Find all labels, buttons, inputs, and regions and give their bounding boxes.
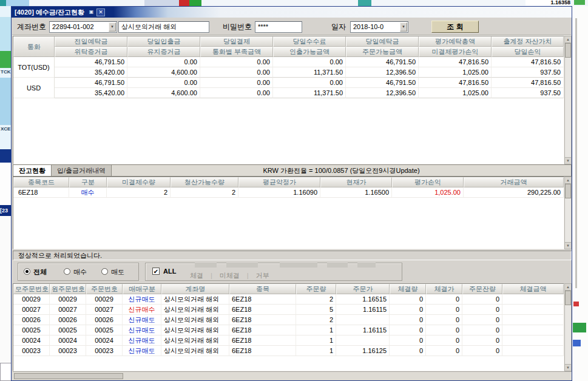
scroll-up-icon[interactable]: ▲: [565, 177, 571, 184]
horizontal-scrollbar[interactable]: [13, 371, 572, 380]
date-value: 2018-10-0: [353, 23, 384, 30]
disabled-rejected-label: 거부: [256, 272, 269, 279]
scrollbar-thumb[interactable]: [565, 43, 571, 58]
currency-cell: TOT(USD): [13, 57, 55, 78]
bg-window-fragment-titlebar: [23: [0, 205, 11, 216]
bg-top-right-green: [574, 0, 585, 5]
col-withdrawable: 인출가능금액: [273, 47, 346, 57]
scrollbar-thumb[interactable]: [565, 184, 571, 198]
all-checkbox[interactable]: ✔: [152, 268, 160, 275]
account-name-value: 상시모의거래 해외: [121, 22, 177, 32]
col-fill-price: 체결가: [426, 284, 462, 294]
bg-left-green: [0, 51, 11, 68]
col-fill-qty: 체결량: [390, 284, 426, 294]
scroll-down-icon[interactable]: ▼: [565, 157, 571, 164]
radio-all-label[interactable]: 전체: [33, 268, 47, 277]
scroll-up-icon[interactable]: ▲: [565, 284, 571, 291]
bg-top-strip: [0, 0, 588, 6]
scrollbar-thumb[interactable]: [14, 373, 123, 379]
scroll-down-icon[interactable]: ▼: [565, 364, 571, 371]
bg-left-white: [0, 163, 11, 205]
col-maint-margin: 유지증거금: [127, 47, 200, 57]
account-value: 22894-01-002: [52, 23, 94, 30]
col-order-no: 주문번호: [86, 284, 123, 294]
col-fill-amount: 체결금액: [502, 284, 564, 294]
all-checkbox-label[interactable]: ALL: [163, 268, 176, 275]
col-day-pl: 당일손익: [492, 47, 564, 57]
position-scrollbar[interactable]: ▲ ▼: [564, 177, 572, 249]
col-order-price: 주문가: [336, 284, 390, 294]
bg-left-text-xce: XCE: [1, 126, 10, 132]
radio-sell[interactable]: [101, 268, 108, 275]
table-row[interactable]: 00024 00024 00024 신규매도 상시모의거래 해외 6EZ18 1…: [13, 335, 564, 346]
close-icon[interactable]: ✕: [96, 8, 105, 16]
col-eval-total: 평가예탁총액: [419, 36, 492, 47]
radio-sell-label[interactable]: 매도: [111, 268, 124, 277]
bg-top-red: [179, 0, 189, 6]
col-day-inout: 당일입출금: [127, 36, 200, 47]
chevron-down-icon[interactable]: ▼: [109, 22, 116, 32]
bg-left-cyan: [0, 17, 11, 51]
disabled-control-fragment: [327, 263, 348, 268]
col-trade-amount: 거래금액: [464, 177, 564, 187]
summary-scrollbar[interactable]: ▲ ▼: [564, 36, 572, 164]
col-liq-qty: 청산가능수량: [171, 177, 238, 187]
account-name-field[interactable]: 상시모의거래 해외: [118, 21, 209, 33]
bg-left-lower: [0, 216, 11, 381]
password-field[interactable]: ****: [255, 21, 302, 33]
table-row[interactable]: 35,420.00 4,600.00 0.00 11,371.50 12,396…: [13, 88, 564, 98]
date-select[interactable]: 2018-10-0 ▼: [350, 21, 408, 33]
table-row[interactable]: 00029 00029 00029 신규매도 상시모의거래 해외 6EZ18 2…: [13, 294, 564, 305]
order-table: 모주문번호 원주문번호 주문번호 매매구분 계좌명 종목 주문량 주문가 체결량…: [13, 283, 564, 371]
disabled-control-fragment: [280, 263, 317, 268]
col-orderable: 주문가능금액: [346, 47, 419, 57]
table-row[interactable]: USD 46,791.50 0.00 0.00 0.00 46,791.50 4…: [13, 78, 564, 88]
disabled-filled-label: 체결: [190, 272, 203, 279]
window-title: [4020] 예수금/잔고현황: [12, 8, 84, 17]
bg-right-red-mark: [573, 302, 579, 306]
table-row[interactable]: 00025 00025 00025 신규매도 상시모의거래 해외 6EZ18 1…: [13, 325, 564, 335]
window-menu-icon[interactable]: ▣: [87, 8, 95, 16]
col-shortage: 통화별 부족금액: [200, 47, 273, 57]
order-scrollbar[interactable]: ▲ ▼: [564, 283, 572, 371]
table-row[interactable]: 00027 00027 00027 신규매수 상시모의거래 해외 6EZ18 5…: [13, 305, 564, 315]
table-row[interactable]: 35,420.00 4,600.00 0.00 11,371.50 12,396…: [13, 67, 564, 78]
table-row[interactable]: 00023 00023 00023 신규매도 상시모의거래 해외 6EZ18 1…: [13, 346, 564, 356]
deposit-balance-window: [4020] 예수금/잔고현황 ▣ ✕ 계좌번호 22894-01-002 ▼ …: [11, 6, 572, 381]
date-label: 일자: [331, 22, 346, 32]
col-currency: 통화: [13, 36, 55, 57]
col-symbol: 종목코드: [13, 177, 69, 187]
summary-header-row2: 위탁증거금 유지증거금 통화별 부족금액 인출가능금액 주문가능금액 미결제평가…: [13, 47, 564, 57]
scroll-down-icon[interactable]: ▼: [565, 242, 571, 249]
query-button[interactable]: 조 회: [431, 21, 479, 33]
col-day-fee: 당일수수료: [273, 36, 346, 47]
radio-buy-label[interactable]: 매수: [73, 268, 87, 277]
tab-balance[interactable]: 잔고현황: [13, 165, 52, 176]
account-select[interactable]: 22894-01-002 ▼: [49, 21, 117, 33]
chevron-down-icon[interactable]: ▼: [400, 22, 407, 32]
bg-top-teal: [0, 0, 6, 6]
table-row[interactable]: TOT(USD) 46,791.50 0.00 0.00 0.00 46,791…: [13, 57, 564, 67]
col-eval-pl: 평가손익: [392, 177, 464, 187]
scrollbar-thumb[interactable]: [565, 291, 571, 305]
bg-right-green-block: [573, 323, 586, 332]
col-order-qty: 주문량: [296, 284, 336, 294]
check-icon: ✔: [154, 268, 158, 275]
summary-table: 통화 전일예탁금 당일입출금 당일결제 당일수수료 당일예탁금 평가예탁총액 출…: [13, 36, 564, 164]
scroll-up-icon[interactable]: ▲: [565, 36, 571, 43]
account-label: 계좌번호: [17, 22, 46, 32]
bg-top-green: [189, 0, 201, 6]
tab-cash-history[interactable]: 입/출금거래내역: [52, 165, 112, 176]
position-table: 종목코드 구분 미결제수량 청산가능수량 평균약정가 현재가 평가손익 거래금액…: [13, 177, 564, 249]
table-row[interactable]: 00026 00026 00026 신규매도 상시모의거래 해외 6EZ18 2…: [13, 315, 564, 325]
bg-right-scroll-line: [575, 18, 577, 288]
col-day-deposit: 당일예탁금: [346, 36, 419, 47]
bg-price-ticker: 1.16358: [525, 0, 570, 5]
radio-buy[interactable]: [64, 268, 70, 275]
radio-all[interactable]: [24, 268, 30, 275]
bg-top-gray: [144, 0, 179, 6]
window-titlebar[interactable]: [4020] 예수금/잔고현황 ▣ ✕: [12, 7, 572, 18]
table-row[interactable]: 6EZ18 매수 2 2 1.16090 1.16500 1,025.00 29…: [13, 187, 564, 198]
disabled-unfilled-label: 미체결: [220, 272, 240, 279]
bg-right-blue-mark: [573, 340, 581, 346]
